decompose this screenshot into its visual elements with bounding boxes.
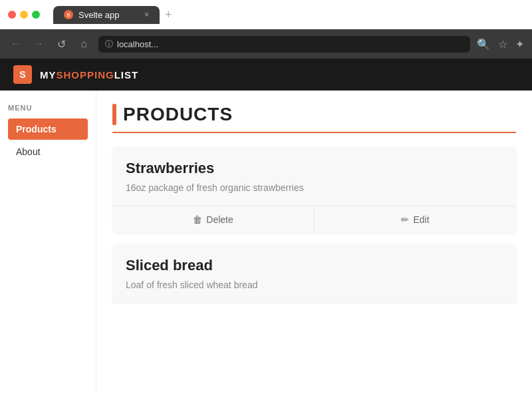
- edit-icon: ✏: [401, 214, 409, 225]
- tab-close-btn[interactable]: ×: [144, 10, 149, 19]
- title-my: MY: [40, 69, 57, 81]
- reload-button[interactable]: ↺: [53, 36, 69, 52]
- back-button[interactable]: ←: [8, 36, 24, 52]
- edit-button[interactable]: ✏ Edit: [315, 206, 516, 233]
- product-description-2: Loaf of fresh sliced wheat bread: [126, 278, 503, 292]
- browser-chrome: S Svelte app × + ← → ↺ ⌂ ⓘ localhost... …: [0, 0, 532, 59]
- product-name-2: Sliced bread: [126, 257, 503, 274]
- info-icon: ⓘ: [105, 39, 113, 50]
- app-logo: S: [13, 65, 32, 84]
- zoom-icon[interactable]: 🔍: [477, 38, 490, 51]
- product-card-body-2: Sliced bread Loaf of fresh sliced wheat …: [112, 244, 516, 303]
- title-accent: [112, 104, 116, 125]
- window-maximize-btn[interactable]: [32, 11, 40, 19]
- product-card: Strawberries 16oz package of fresh organ…: [112, 146, 516, 233]
- tab-bar: S Svelte app × +: [53, 6, 524, 24]
- app-header: S MYSHOPPINGLIST: [0, 59, 532, 91]
- tab-active[interactable]: S Svelte app ×: [53, 6, 160, 24]
- window-minimize-btn[interactable]: [20, 11, 28, 19]
- page-title: PRODUCTS: [123, 104, 233, 125]
- home-button[interactable]: ⌂: [76, 36, 92, 52]
- window-controls: [8, 11, 40, 19]
- address-text: localhost...: [117, 39, 158, 49]
- product-card-body: Strawberries 16oz package of fresh organ…: [112, 146, 516, 206]
- forward-button[interactable]: →: [31, 36, 47, 52]
- extensions-icon[interactable]: ✦: [515, 38, 524, 51]
- product-description: 16oz package of fresh organic strawberri…: [126, 181, 503, 195]
- page-title-container: PRODUCTS: [112, 104, 516, 133]
- sidebar: MENU Products About: [0, 91, 96, 394]
- menu-label: MENU: [8, 104, 88, 112]
- tab-favicon: S: [64, 10, 73, 19]
- product-name: Strawberries: [126, 160, 503, 177]
- app-title: MYSHOPPINGLIST: [40, 69, 138, 81]
- sidebar-item-products[interactable]: Products: [8, 118, 88, 140]
- product-actions: 🗑 Delete ✏ Edit: [112, 206, 516, 233]
- app-content: MENU Products About PRODUCTS Strawberrie…: [0, 91, 532, 394]
- tab-title: Svelte app: [78, 10, 119, 20]
- title-list: LIST: [114, 69, 139, 81]
- delete-label: Delete: [206, 214, 233, 225]
- address-bar[interactable]: ⓘ localhost...: [98, 36, 470, 53]
- edit-label: Edit: [413, 214, 429, 225]
- main-content: PRODUCTS Strawberries 16oz package of fr…: [96, 91, 532, 394]
- browser-titlebar: S Svelte app × +: [0, 0, 532, 29]
- product-card-partial: Sliced bread Loaf of fresh sliced wheat …: [112, 244, 516, 303]
- tab-new-btn[interactable]: +: [165, 8, 172, 22]
- trash-icon: 🗑: [193, 214, 202, 225]
- title-shopping: SHOPPING: [57, 69, 114, 81]
- delete-button[interactable]: 🗑 Delete: [112, 206, 315, 233]
- window-close-btn[interactable]: [8, 11, 16, 19]
- bookmark-icon[interactable]: ☆: [498, 38, 507, 51]
- sidebar-item-about[interactable]: About: [8, 141, 88, 162]
- toolbar-right: 🔍 ☆ ✦: [477, 38, 524, 51]
- browser-toolbar: ← → ↺ ⌂ ⓘ localhost... 🔍 ☆ ✦: [0, 29, 532, 59]
